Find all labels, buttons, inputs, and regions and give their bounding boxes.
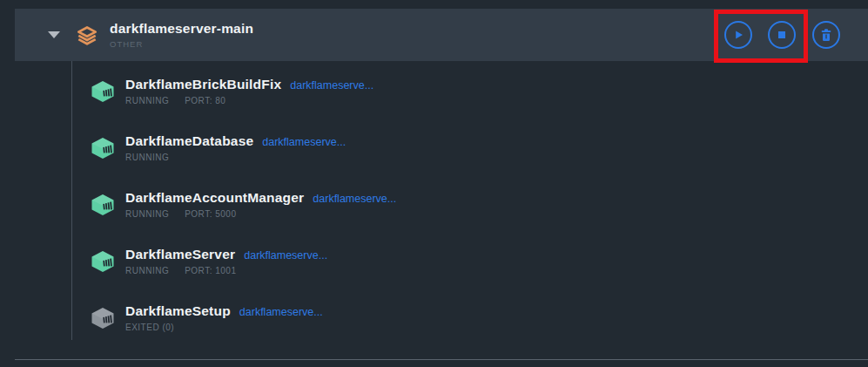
container-box-icon [91, 250, 115, 273]
container-box-icon [91, 137, 115, 160]
container-status: RUNNING [125, 96, 169, 105]
container-box-icon [91, 307, 115, 330]
container-image-link[interactable]: darkflameserve... [262, 136, 346, 148]
container-name: DarkflameSetup [125, 303, 231, 319]
container-row[interactable]: DarkflameSetup darkflameserve... EXITED … [91, 289, 396, 346]
container-row[interactable]: DarkflameServer darkflameserve... RUNNIN… [91, 233, 396, 289]
container-status: RUNNING [125, 266, 169, 275]
container-image-link[interactable]: darkflameserve... [239, 306, 323, 318]
container-name: DarkflameAccountManager [125, 190, 304, 206]
container-image-link[interactable]: darkflameserve... [313, 193, 396, 205]
container-status: RUNNING [125, 153, 169, 162]
stack-title: darkflameserver-main [110, 21, 253, 37]
stack-titles: darkflameserver-main OTHER [110, 21, 253, 49]
stop-square-icon [775, 28, 789, 42]
trash-icon [819, 28, 833, 42]
containers-panel: darkflameserver-main OTHER [0, 0, 868, 367]
caret-down-icon[interactable] [48, 31, 60, 38]
stack-type-label: OTHER [110, 39, 253, 49]
container-port: PORT: 5000 [185, 209, 236, 219]
layers-stack-icon [77, 25, 98, 45]
bottom-divider [15, 359, 868, 360]
container-image-link[interactable]: darkflameserve... [244, 249, 327, 262]
tree-connector-line [71, 61, 72, 340]
container-box-icon [91, 80, 115, 103]
container-status: EXITED (0) [125, 323, 174, 332]
start-button[interactable] [724, 21, 752, 49]
container-image-link[interactable]: darkflameserve... [290, 79, 373, 92]
container-row[interactable]: DarkflameDatabase darkflameserve... RUNN… [91, 119, 396, 176]
container-row[interactable]: DarkflameBrickBuildFix darkflameserve...… [91, 63, 396, 119]
container-port: PORT: 1001 [185, 266, 236, 275]
container-name: DarkflameDatabase [125, 133, 253, 149]
delete-button[interactable] [812, 21, 840, 49]
container-name: DarkflameServer [125, 247, 235, 262]
container-list: DarkflameBrickBuildFix darkflameserve...… [91, 63, 396, 346]
container-name: DarkflameBrickBuildFix [125, 77, 281, 92]
play-icon [731, 28, 745, 42]
container-row[interactable]: DarkflameAccountManager darkflameserve..… [91, 176, 396, 233]
container-box-icon [91, 194, 115, 216]
container-status: RUNNING [125, 209, 169, 219]
container-port: PORT: 80 [185, 96, 225, 105]
stop-button[interactable] [768, 21, 796, 49]
